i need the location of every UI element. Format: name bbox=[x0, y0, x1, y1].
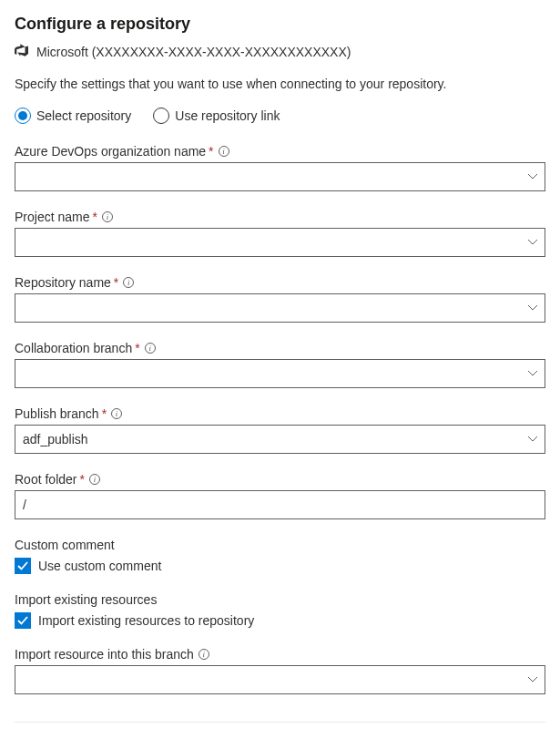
radio-icon bbox=[15, 108, 31, 124]
chevron-down-icon bbox=[528, 369, 537, 378]
repo-name-label: Repository name * i bbox=[15, 275, 545, 290]
info-icon[interactable]: i bbox=[89, 474, 100, 485]
info-icon[interactable]: i bbox=[111, 408, 122, 419]
publish-branch-select[interactable]: adf_publish bbox=[15, 425, 545, 454]
custom-comment-header: Custom comment bbox=[15, 538, 545, 552]
chevron-down-icon bbox=[528, 303, 537, 313]
collab-branch-label: Collaboration branch * i bbox=[15, 341, 545, 355]
publish-branch-label: Publish branch * i bbox=[15, 406, 545, 421]
required-indicator: * bbox=[135, 341, 139, 355]
required-indicator: * bbox=[79, 472, 84, 487]
radio-label: Use repository link bbox=[175, 108, 280, 123]
required-indicator: * bbox=[209, 144, 213, 159]
repo-name-select[interactable] bbox=[15, 293, 545, 323]
radio-label: Select repository bbox=[36, 108, 131, 123]
info-icon[interactable]: i bbox=[219, 146, 229, 157]
import-existing-checkbox[interactable] bbox=[15, 612, 31, 629]
import-branch-select[interactable] bbox=[15, 665, 545, 694]
description: Specify the settings that you want to us… bbox=[15, 77, 545, 91]
info-icon[interactable]: i bbox=[123, 277, 134, 288]
import-branch-label: Import resource into this branch i bbox=[15, 647, 545, 662]
chevron-down-icon bbox=[528, 675, 537, 684]
required-indicator: * bbox=[102, 406, 107, 421]
project-name-select[interactable] bbox=[15, 228, 545, 257]
footer-actions: Apply Back Cancel bbox=[15, 722, 545, 739]
import-existing-checkbox-label: Import existing resources to repository bbox=[38, 613, 254, 628]
custom-comment-checkbox-label: Use custom comment bbox=[38, 559, 161, 573]
checkmark-icon bbox=[17, 560, 28, 571]
info-icon[interactable]: i bbox=[199, 649, 209, 660]
radio-use-repository-link[interactable]: Use repository link bbox=[153, 108, 280, 124]
chevron-down-icon bbox=[528, 435, 537, 444]
org-row: Microsoft (XXXXXXXX-XXXX-XXXX-XXXXXXXXXX… bbox=[15, 43, 545, 60]
required-indicator: * bbox=[114, 275, 118, 290]
checkmark-icon bbox=[17, 615, 28, 626]
org-text: Microsoft (XXXXXXXX-XXXX-XXXX-XXXXXXXXXX… bbox=[36, 45, 351, 59]
root-folder-input[interactable] bbox=[15, 490, 545, 519]
org-name-label: Azure DevOps organization name * i bbox=[15, 144, 545, 159]
root-folder-label: Root folder * i bbox=[15, 472, 545, 487]
info-icon[interactable]: i bbox=[145, 343, 156, 354]
select-value: adf_publish bbox=[23, 432, 88, 446]
page-title: Configure a repository bbox=[15, 15, 545, 34]
chevron-down-icon bbox=[528, 238, 537, 247]
info-icon[interactable]: i bbox=[102, 211, 113, 222]
repository-mode-radios: Select repository Use repository link bbox=[15, 108, 545, 124]
radio-icon bbox=[153, 108, 169, 124]
chevron-down-icon bbox=[528, 172, 537, 181]
import-existing-header: Import existing resources bbox=[15, 592, 545, 607]
collab-branch-select[interactable] bbox=[15, 359, 545, 388]
radio-select-repository[interactable]: Select repository bbox=[15, 108, 131, 124]
project-name-label: Project name * i bbox=[15, 210, 545, 224]
required-indicator: * bbox=[92, 210, 97, 224]
devops-icon bbox=[15, 43, 29, 60]
custom-comment-checkbox[interactable] bbox=[15, 558, 31, 574]
org-name-select[interactable] bbox=[15, 162, 545, 191]
